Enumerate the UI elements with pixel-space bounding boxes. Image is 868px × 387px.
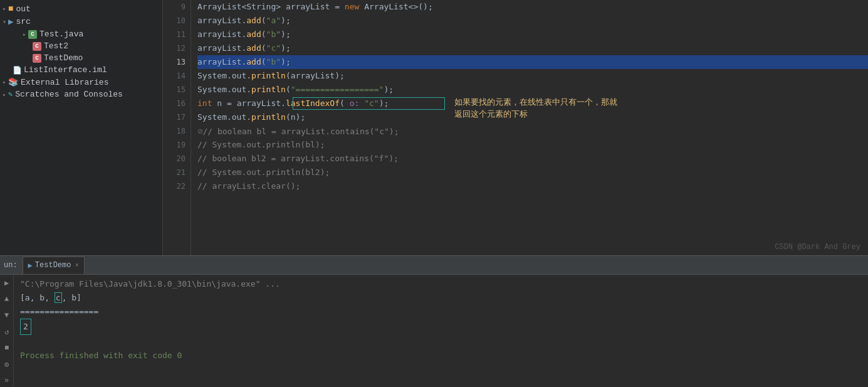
highlight-c: c bbox=[55, 292, 62, 303]
console-line-output2: ================ bbox=[20, 305, 862, 319]
run-label: un: bbox=[4, 261, 18, 270]
arrow-out: ▸ bbox=[3, 5, 6, 13]
sidebar-label-out: out bbox=[16, 4, 30, 14]
folder-out-icon: ■ bbox=[8, 4, 13, 14]
bottom-tab-testdemo[interactable]: ▶ TestDemo × bbox=[23, 257, 85, 274]
sidebar-item-test2[interactable]: C Test2 bbox=[0, 40, 162, 52]
code-line-17: System.out.println(n); bbox=[197, 110, 868, 124]
iml-icon: 📄 bbox=[13, 66, 21, 75]
sidebar-label-iml: ListInterface.iml bbox=[24, 65, 107, 75]
line-num-17: 17 bbox=[163, 110, 191, 124]
scroll-up-btn[interactable]: ▲ bbox=[1, 294, 13, 305]
line-num-20: 20 bbox=[163, 152, 191, 166]
sidebar-label-testdemo: TestDemo bbox=[44, 53, 83, 63]
sidebar-label-test2: Test2 bbox=[44, 41, 68, 51]
code-editor: 9 10 11 12 13 14 15 16 17 18 19 20 21 22… bbox=[163, 0, 868, 255]
sidebar-item-iml[interactable]: 📄 ListInterface.iml bbox=[0, 64, 162, 76]
code-line-20: // boolean bl2 = arrayList.contains("f")… bbox=[197, 152, 868, 166]
sidebar-label-test-java: Test.java bbox=[39, 29, 83, 39]
code-line-21: // System.out.println(bl2); bbox=[197, 166, 868, 179]
line-num-10: 10 bbox=[163, 14, 191, 28]
code-line-14: System.out.println(arrayList); bbox=[197, 69, 868, 83]
sidebar-label-scratches: Scratches and Consoles bbox=[15, 90, 123, 99]
arrow-ext-libs: ▸ bbox=[3, 78, 6, 86]
class-icon-test2: C bbox=[33, 42, 41, 51]
sidebar-label-src: src bbox=[16, 17, 30, 26]
bottom-tabs: un: ▶ TestDemo × bbox=[0, 256, 868, 275]
console-line-process-done: Process finished with exit code 0 bbox=[20, 349, 862, 363]
line-num-12: 12 bbox=[163, 41, 191, 55]
scroll-down-btn[interactable]: ▼ bbox=[1, 310, 13, 321]
side-buttons: ▶ ▲ ▼ ↺ ■ ⚙ » bbox=[0, 275, 14, 387]
code-line-19: // System.out.println(bl); bbox=[197, 138, 868, 152]
highlight-num-2: 2 bbox=[20, 319, 31, 335]
stop-btn[interactable]: ■ bbox=[1, 342, 13, 354]
line-num-18: 18 bbox=[163, 124, 191, 138]
file-tree: ▸ ■ out ▾ ▶ src ▸ C Test.java C Test2 C … bbox=[0, 0, 163, 255]
line-num-13: 13 bbox=[163, 55, 191, 69]
class-icon-testdemo: C bbox=[33, 54, 41, 63]
line-numbers: 9 10 11 12 13 14 15 16 17 18 19 20 21 22 bbox=[163, 0, 191, 255]
folder-src-icon: ▶ bbox=[8, 16, 13, 27]
tab-close-btn[interactable]: × bbox=[75, 262, 79, 269]
arrow-scratches: ▸ bbox=[3, 91, 6, 98]
tab-run-icon: ▶ bbox=[28, 261, 33, 270]
line-num-21: 21 bbox=[163, 166, 191, 179]
watermark: CSDN @Dark And Grey bbox=[775, 243, 860, 252]
line-num-22: 22 bbox=[163, 179, 191, 193]
line-num-9: 9 bbox=[163, 0, 191, 14]
run-btn[interactable]: ▶ bbox=[1, 277, 13, 289]
console-line-blank bbox=[20, 335, 862, 349]
class-icon-test-java: C bbox=[28, 30, 37, 39]
arrow-test-java: ▸ bbox=[23, 31, 26, 38]
bottom-panel: un: ▶ TestDemo × ▶ ▲ ▼ ↺ ■ ⚙ » "C:\Progr… bbox=[0, 255, 868, 387]
sidebar-label-external-libs: External Libraries bbox=[21, 78, 108, 87]
console-line-output3: 2 bbox=[20, 319, 862, 335]
line-num-16: 16 bbox=[163, 97, 191, 110]
code-line-12: arrayList.add("c"); bbox=[197, 41, 868, 55]
code-line-16: int n = arrayList.lastIndexOf( o: "c"); … bbox=[197, 97, 868, 110]
code-line-10: arrayList.add("a"); bbox=[197, 14, 868, 28]
code-line-18: ⊘// boolean bl = arrayList.contains("c")… bbox=[197, 124, 868, 138]
sidebar-item-testdemo[interactable]: C TestDemo bbox=[0, 52, 162, 64]
settings-btn[interactable]: ⚙ bbox=[1, 359, 13, 370]
code-lines: ArrayList<String> arrayList = new ArrayL… bbox=[191, 0, 868, 255]
rerun-btn[interactable]: ↺ bbox=[1, 326, 13, 337]
console-line-output1: [a, b, c, b] bbox=[20, 291, 862, 305]
console-line-cmd: "C:\Program Files\Java\jdk1.8.0_301\bin\… bbox=[20, 277, 862, 291]
sidebar-item-external-libs[interactable]: ▸ 📚 External Libraries bbox=[0, 76, 162, 88]
line-num-15: 15 bbox=[163, 83, 191, 97]
sidebar-item-src[interactable]: ▾ ▶ src bbox=[0, 15, 162, 28]
code-line-9: ArrayList<String> arrayList = new ArrayL… bbox=[197, 0, 868, 14]
line-num-14: 14 bbox=[163, 69, 191, 83]
arrow-src: ▾ bbox=[3, 18, 6, 26]
sidebar-item-scratches[interactable]: ▸ ✎ Scratches and Consoles bbox=[0, 88, 162, 100]
sidebar-item-out[interactable]: ▸ ■ out bbox=[0, 3, 162, 15]
code-line-11: arrayList.add("b"); bbox=[197, 28, 868, 41]
code-line-13: arrayList.add("b"); bbox=[197, 55, 868, 69]
sidebar-item-test-java[interactable]: ▸ C Test.java bbox=[0, 28, 162, 40]
line-num-19: 19 bbox=[163, 138, 191, 152]
tab-label-testdemo: TestDemo bbox=[35, 261, 71, 270]
console-output: "C:\Program Files\Java\jdk1.8.0_301\bin\… bbox=[14, 275, 868, 387]
code-line-22: // arrayList.clear(); bbox=[197, 179, 868, 193]
lib-icon: 📚 bbox=[8, 77, 18, 87]
chevron-down-btn[interactable]: » bbox=[1, 375, 13, 386]
scratch-icon: ✎ bbox=[8, 90, 13, 99]
line-num-11: 11 bbox=[163, 28, 191, 41]
console-content: ▶ ▲ ▼ ↺ ■ ⚙ » "C:\Program Files\Java\jdk… bbox=[0, 275, 868, 387]
code-line-15: System.out.println("================="); bbox=[197, 83, 868, 97]
